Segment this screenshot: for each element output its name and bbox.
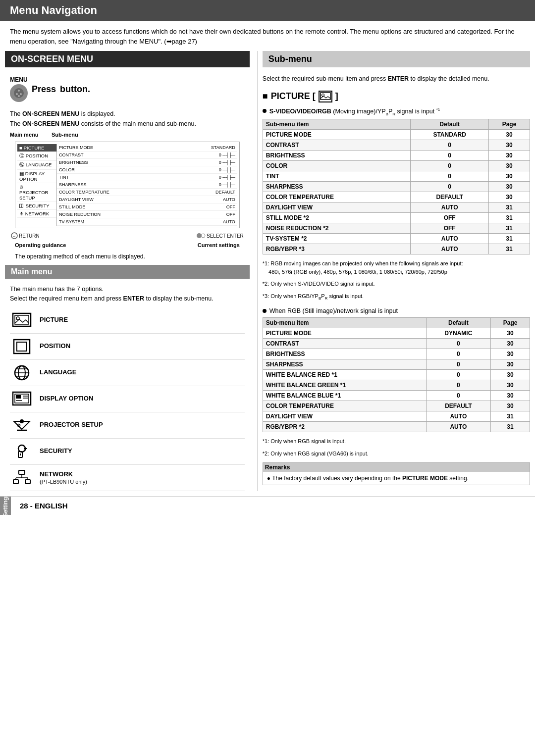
remarks-box: Remarks ● The factory default values var… [263, 462, 530, 485]
table-row: SHARPNESS030 [263, 182, 530, 192]
menu-label-network: NETWORK (PT-LB90NTU only) [40, 470, 87, 485]
remarks-header: Remarks [263, 463, 530, 472]
table-row: RGB/YBPR *2AUTO31 [263, 422, 530, 432]
svg-point-25 [20, 419, 24, 423]
menu-main-item-1[interactable]: Ⓒ POSITION [17, 152, 56, 161]
left-column: ON-SCREEN MENU MENU Press [5, 51, 257, 491]
footnote-3: *3: Only when RGB/YPBPR signal is input. [263, 290, 530, 303]
menu-item-picture: PICTURE [10, 307, 245, 334]
menu-main-item-4[interactable]: ⛭ PROJECTOR SETUP [17, 183, 56, 202]
menu-diagram: ■ PICTURE Ⓒ POSITION Ⓦ LANGUAGE ▦ DISPLA… [15, 142, 240, 228]
table-row: CONTRAST030 [263, 339, 530, 349]
menu-item-position: POSITION [10, 334, 245, 360]
language-icon [10, 363, 34, 383]
table-row: WHITE BALANCE GREEN *1030 [263, 380, 530, 391]
operating-method: The operating method of each menu is dis… [10, 251, 245, 265]
menu-diagram-container: Main menu Sub-menu ■ PICTURE Ⓒ POSITION … [5, 132, 250, 265]
table-row: COLOR TEMPERATUREDEFAULT30 [263, 192, 530, 202]
svg-point-2 [16, 93, 18, 95]
menu-press-area: MENU Press button. [5, 72, 250, 106]
settings-sidebar: Settings [0, 497, 11, 515]
onscreen-desc: The ON-SCREEN MENU is displayed. The ON-… [5, 106, 250, 132]
sub-item-6: COLOR TEMPERATUREDEFAULT [57, 189, 237, 196]
onscreen-menu-section: ON-SCREEN MENU MENU Press [5, 51, 250, 265]
return-label: ↩ RETURN [11, 232, 40, 239]
svg-point-41 [321, 94, 324, 96]
onscreen-line1: The ON-SCREEN MENU is displayed. [10, 109, 245, 119]
svg-rect-21 [16, 395, 21, 399]
menu-label-position: POSITION [40, 342, 70, 351]
table-row: PICTURE MODEDYNAMIC30 [263, 328, 530, 339]
bullet-2: When RGB (Still image)/network signal is… [263, 307, 530, 314]
sub-item-2: BRIGHTNESS0 ─┤├─ [57, 159, 237, 166]
menu-label-display: DISPLAY OPTION [40, 395, 93, 403]
menu-item-display: DISPLAY OPTION [10, 386, 245, 412]
table-row: RGB/YBPR *3AUTO31 [263, 244, 530, 254]
page-header: Menu Navigation [0, 0, 535, 21]
table-row: WHITE BALANCE RED *1030 [263, 370, 530, 380]
svg-point-3 [20, 93, 22, 95]
nav-area: ↩ RETURN SELECT ENTER [10, 232, 245, 241]
table-row: DAYLIGHT VIEWAUTO31 [263, 411, 530, 422]
page-intro: The menu system allows you to access fun… [0, 27, 535, 51]
sub-item-0: PICTURE MODESTANDARD [57, 144, 237, 151]
menu-button[interactable] [10, 84, 28, 102]
submenu-desc: Select the required sub-menu item and pr… [263, 72, 530, 88]
menu-main-item-0[interactable]: ■ PICTURE [17, 144, 56, 152]
button-label: button. [60, 84, 90, 95]
picture-icon-box [319, 91, 332, 102]
svg-point-1 [18, 90, 20, 92]
caption-right: Current settings [198, 242, 240, 248]
sub-item-9: NOISE REDUCTIONOFF [57, 211, 237, 218]
menu-main-item-5[interactable]: ⚿ SECURITY [17, 202, 56, 210]
onscreen-menu-header: ON-SCREEN MENU [5, 51, 250, 67]
svg-text:↩: ↩ [13, 235, 15, 238]
table-row: PICTURE MODESTANDARD30 [263, 130, 530, 140]
main-menu-section: Main menu The main menu has the 7 option… [5, 265, 250, 491]
diagram-caption: Operating guidance Current settings [10, 241, 245, 251]
submenu-header: Sub-menu [263, 51, 530, 67]
table-row: BRIGHTNESS030 [263, 349, 530, 359]
menu-main-item-3[interactable]: ▦ DISPLAY OPTION [17, 170, 56, 183]
table1-col2-header: Default [411, 119, 489, 130]
main-menu-desc: The main menu has the 7 options. Select … [5, 283, 250, 307]
footnote-2: *2: Only when S-VIDEO/VIDEO signal is in… [263, 278, 530, 290]
table-row: COLOR030 [263, 161, 530, 171]
table2-col3-header: Page [491, 318, 530, 328]
sub-item-8: STILL MODEOFF [57, 203, 237, 211]
bullet-1: S-VIDEO/VIDEO/RGB (Moving image)/YPBPR s… [263, 107, 530, 116]
menu-main-item-6[interactable]: ⚜ NETWORK [17, 210, 56, 218]
svg-rect-33 [19, 470, 25, 474]
table-1: Sub-menu item Default Page PICTURE MODES… [263, 119, 530, 254]
footnote-1: *1: RGB moving images can be projected o… [263, 257, 530, 278]
table-2: Sub-menu item Default Page PICTURE MODED… [263, 317, 530, 432]
table-row: COLOR TEMPERATUREDEFAULT30 [263, 401, 530, 411]
table1-col1-header: Sub-menu item [263, 119, 410, 130]
menu-label-picture: PICTURE [40, 316, 68, 324]
svg-point-4 [18, 95, 20, 97]
sub-item-7: DAYLIGHT VIEWAUTO [57, 196, 237, 203]
table-row: WHITE BALANCE BLUE *1030 [263, 391, 530, 401]
footnote-t2-2: *2: Only when RGB signal (VGA60) is inpu… [263, 448, 530, 460]
picture-section-header: ■ PICTURE [ ] [263, 88, 530, 105]
svg-rect-35 [25, 480, 30, 484]
table2-col2-header: Default [426, 318, 491, 328]
menu-item-language: LANGUAGE [10, 360, 245, 386]
sub-item-3: COLOR0 ─┤├─ [57, 166, 237, 174]
right-column: Sub-menu Select the required sub-menu it… [257, 51, 530, 491]
menu-main-item-2[interactable]: Ⓦ LANGUAGE [17, 161, 56, 170]
menu-sub-col: PICTURE MODESTANDARD CONTRAST0 ─┤├─ BRIG… [57, 144, 237, 226]
main-menu-header: Main menu [5, 265, 250, 279]
main-menu-col-label: Main menu [10, 132, 50, 138]
remarks-text: ● The factory default values vary depend… [267, 474, 526, 483]
menu-item-projector: PROJECTOR SETUP [10, 412, 245, 439]
page-title: Menu Navigation [10, 4, 97, 16]
svg-point-27 [18, 424, 20, 426]
table-row: NOISE REDUCTION *2OFF31 [263, 223, 530, 234]
display-option-icon [10, 389, 34, 409]
onscreen-line2: The ON-SCREEN MENU consists of the main … [10, 119, 245, 129]
table-row: TINT030 [263, 171, 530, 182]
menu-main-col: ■ PICTURE Ⓒ POSITION Ⓦ LANGUAGE ▦ DISPLA… [17, 144, 57, 226]
svg-rect-34 [13, 480, 18, 484]
footnote-t2-1: *1: Only when RGB signal is input. [263, 435, 530, 448]
